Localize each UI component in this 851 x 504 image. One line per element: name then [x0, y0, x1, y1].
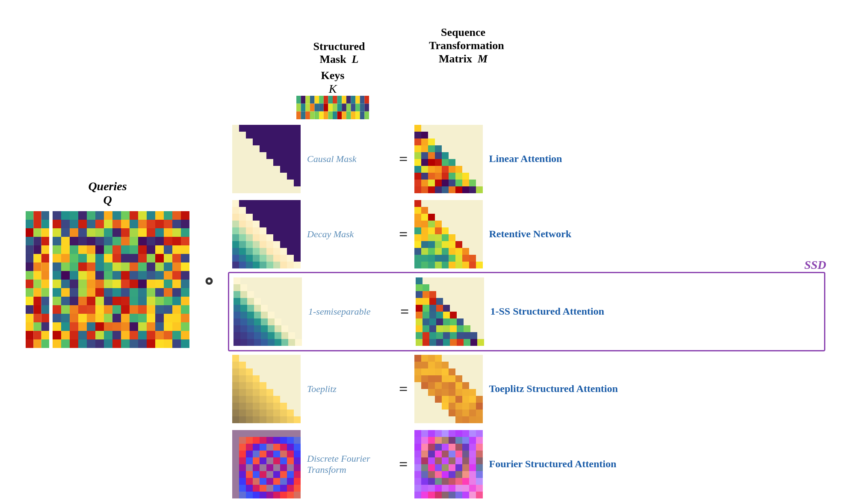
- mask-row-2: SSD1-semiseparable=1-SS Structured Atten…: [228, 272, 825, 351]
- result-matrix-4: [414, 430, 483, 498]
- result-matrix-0: [414, 125, 483, 193]
- keys-vector-matrix: [296, 96, 369, 119]
- equals-sign-3: =: [399, 380, 408, 398]
- result-label-1: Retentive Network: [489, 228, 639, 240]
- mask-label-0: Causal Mask: [307, 153, 393, 165]
- mask-label-4: Discrete Fourier Transform: [307, 453, 393, 475]
- equals-sign-1: =: [399, 225, 408, 243]
- mask-matrix-0: [232, 125, 301, 193]
- ssd-tag: SSD: [804, 258, 826, 272]
- equals-sign-2: =: [400, 303, 409, 321]
- mask-row-4: Discrete Fourier Transform=Fourier Struc…: [228, 427, 825, 502]
- q-vector-matrix: [26, 211, 49, 348]
- mask-label-1: Decay Mask: [307, 229, 393, 240]
- circ-operator: ∘: [202, 269, 215, 293]
- result-label-0: Linear Attention: [489, 153, 639, 165]
- qk-matrix: [53, 211, 189, 348]
- seq-transform-header: Sequence Transformation Matrix M: [429, 26, 497, 66]
- keys-label: Keys: [296, 69, 369, 82]
- rows-container: Causal Mask=Linear AttentionDecay Mask=R…: [228, 121, 825, 502]
- keys-var-label: K: [296, 82, 369, 96]
- result-label-2: 1-SS Structured Attention: [491, 306, 640, 317]
- mask-matrix-3: [232, 355, 301, 423]
- mask-matrix-1: [232, 200, 301, 268]
- result-matrix-1: [414, 200, 483, 268]
- equals-sign-0: =: [399, 150, 408, 168]
- mask-label-3: Toeplitz: [307, 383, 393, 395]
- structured-mask-header: Structured Mask L: [305, 40, 373, 66]
- mask-row-0: Causal Mask=Linear Attention: [228, 121, 825, 197]
- right-section: Structured Mask L Sequence Transformatio…: [228, 26, 825, 502]
- equals-sign-4: =: [399, 455, 408, 473]
- mask-label-2: 1-semiseparable: [308, 306, 394, 317]
- figure-container: Queries Q ∘ Structured Mask L: [26, 17, 825, 504]
- result-matrix-3: [414, 355, 483, 423]
- result-label-4: Fourier Structured Attention: [489, 458, 639, 470]
- mask-matrix-4: [232, 430, 301, 498]
- diagram-area: Queries Q ∘ Structured Mask L: [26, 17, 825, 504]
- queries-label: Queries Q: [88, 180, 127, 207]
- queries-section: Queries Q: [26, 180, 189, 348]
- result-matrix-2: [416, 277, 484, 346]
- mask-matrix-2: [233, 277, 302, 346]
- mask-row-1: Decay Mask=Retentive Network: [228, 197, 825, 272]
- result-label-3: Toeplitz Structured Attention: [489, 383, 639, 395]
- mask-row-3: Toeplitz=Toeplitz Structured Attention: [228, 351, 825, 427]
